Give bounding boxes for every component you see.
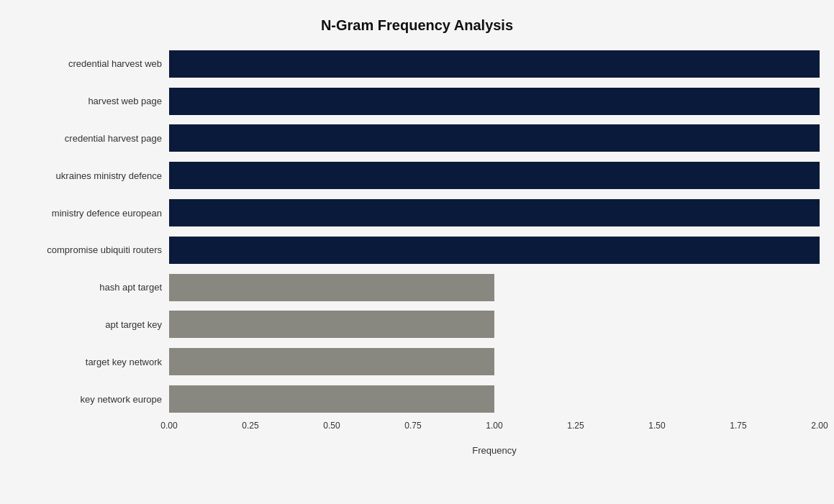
x-tick-label: 2.00 xyxy=(811,421,828,431)
bar-track xyxy=(169,124,820,152)
bar-row: credential harvest web xyxy=(14,45,820,83)
bar-label: harvest web page xyxy=(14,96,169,106)
x-tick-label: 1.50 xyxy=(648,421,665,431)
bar-fill xyxy=(169,385,494,413)
bar-label: credential harvest web xyxy=(14,58,169,69)
bar-fill xyxy=(169,237,820,264)
bar-fill xyxy=(169,274,494,301)
bar-fill xyxy=(169,199,820,226)
bar-label: ministry defence european xyxy=(14,208,169,219)
x-axis: 0.000.250.500.751.001.251.501.752.00 xyxy=(169,421,820,442)
bar-row: hash apt target xyxy=(14,269,820,306)
bar-label: target key network xyxy=(14,357,169,367)
bar-track xyxy=(169,88,820,115)
x-tick-label: 0.75 xyxy=(404,421,421,431)
bar-row: target key network xyxy=(14,343,820,380)
bar-label: apt target key xyxy=(14,319,169,330)
x-tick-label: 1.00 xyxy=(486,421,502,431)
bar-track xyxy=(169,311,820,338)
bar-fill xyxy=(169,88,820,115)
bar-row: harvest web page xyxy=(14,83,820,120)
bar-track xyxy=(169,50,820,78)
bar-row: credential harvest page xyxy=(14,120,820,157)
bar-row: compromise ubiquiti routers xyxy=(14,232,820,269)
bar-row: key network europe xyxy=(14,380,820,418)
chart-title: N-Gram Frequency Analysis xyxy=(14,14,820,34)
x-axis-label: Frequency xyxy=(169,445,820,456)
x-tick-label: 0.25 xyxy=(242,421,258,431)
bar-track xyxy=(169,274,820,301)
x-tick-label: 0.50 xyxy=(323,421,340,431)
bar-label: ukraines ministry defence xyxy=(14,170,169,181)
bar-label: hash apt target xyxy=(14,282,169,293)
bar-label: credential harvest page xyxy=(14,133,169,144)
bar-track xyxy=(169,199,820,226)
bar-track xyxy=(169,348,820,375)
bar-label: key network europe xyxy=(14,394,169,405)
bar-row: apt target key xyxy=(14,306,820,344)
bars-section: credential harvest webharvest web pagecr… xyxy=(14,45,820,418)
chart-container: N-Gram Frequency Analysis credential har… xyxy=(0,0,834,504)
bar-fill xyxy=(169,311,494,338)
bar-fill xyxy=(169,348,494,375)
bar-track xyxy=(169,385,820,413)
bar-fill xyxy=(169,124,820,152)
bar-track xyxy=(169,237,820,264)
bar-row: ministry defence european xyxy=(14,194,820,232)
x-tick-label: 1.25 xyxy=(567,421,584,431)
bar-row: ukraines ministry defence xyxy=(14,157,820,194)
bar-fill xyxy=(169,50,820,78)
x-tick-label: 1.75 xyxy=(730,421,746,431)
x-tick-label: 0.00 xyxy=(160,421,177,431)
bar-track xyxy=(169,162,820,189)
bar-fill xyxy=(169,162,820,189)
bar-label: compromise ubiquiti routers xyxy=(14,244,169,255)
